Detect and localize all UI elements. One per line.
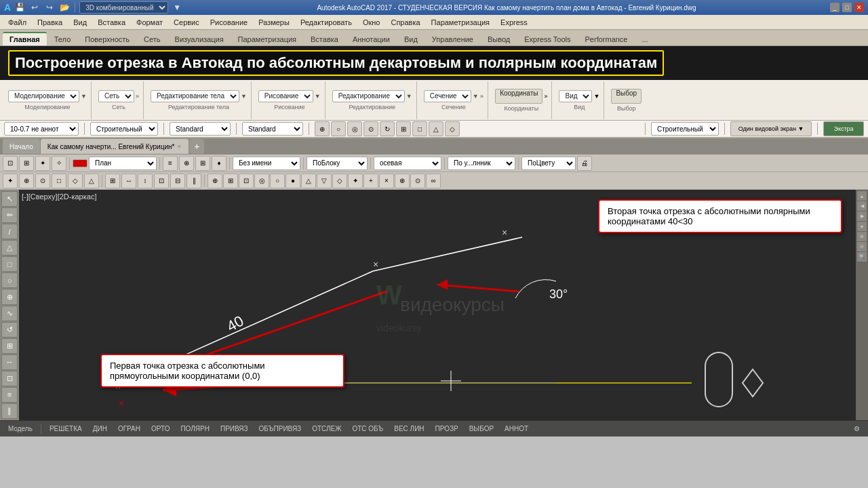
- plotstyle-dropdown[interactable]: По у...лнник: [448, 157, 515, 170]
- status-snap[interactable]: ОГРАН: [115, 425, 143, 432]
- draw-expand[interactable]: ▼: [315, 93, 321, 100]
- view-combo[interactable]: 3D комбинированный: [79, 1, 168, 14]
- tool14[interactable]: ⊙: [410, 174, 425, 188]
- quick-undo[interactable]: ↩: [28, 1, 41, 14]
- color2-dropdown[interactable]: ПоЦвету: [521, 157, 576, 170]
- canvas-area[interactable]: [-][Сверху][2D-каркас] W видеокурсы vide…: [19, 190, 856, 420]
- edit-dropdown[interactable]: Редактирование: [332, 90, 405, 102]
- tool13[interactable]: ⊕: [395, 174, 410, 188]
- status-osnap[interactable]: ПРИВЯЗ: [218, 425, 251, 432]
- color-dropdown[interactable]: ПоБлоку: [307, 157, 368, 170]
- draw-tool8[interactable]: ↺: [1, 322, 18, 338]
- minimize-button[interactable]: _: [830, 3, 840, 12]
- menu-service[interactable]: Сервис: [168, 17, 205, 28]
- tab-annotate[interactable]: Аннотации: [346, 33, 397, 45]
- status-transp[interactable]: ПРОЗР: [433, 425, 461, 432]
- draw-tool9[interactable]: ⊞: [1, 338, 18, 354]
- lineweight-dropdown[interactable]: осевая: [374, 157, 441, 170]
- cursor-tool[interactable]: ↖: [1, 191, 18, 207]
- menu-file[interactable]: Файл: [3, 17, 32, 28]
- model-dropdown-arrow[interactable]: ▼: [81, 93, 87, 100]
- tab-mesh[interactable]: Сеть: [137, 33, 167, 45]
- mesh-expand[interactable]: »: [136, 93, 139, 100]
- edit-expand[interactable]: ▼: [406, 93, 412, 100]
- one-viewport-btn[interactable]: Один видовой экран ▼: [730, 121, 812, 136]
- tool6[interactable]: ●: [285, 174, 300, 188]
- draw-tool3[interactable]: △: [1, 240, 18, 256]
- layer-icon5[interactable]: 🖨: [577, 156, 592, 171]
- tool10[interactable]: ✦: [348, 174, 363, 188]
- annotation-scale-dropdown[interactable]: 10-0.7 не аннот: [4, 122, 79, 136]
- draw-tool10[interactable]: ↔: [1, 354, 18, 370]
- tab-express-tools[interactable]: Express Tools: [517, 33, 577, 45]
- status-dyn[interactable]: ДИН: [90, 425, 110, 432]
- layer-icon2[interactable]: ⊕: [179, 156, 194, 171]
- draw-tool6[interactable]: ⊕: [1, 289, 18, 304]
- icon-btn8[interactable]: △: [429, 121, 443, 136]
- status-obj-snap[interactable]: ОБЪПРИВЯЗ: [256, 425, 304, 432]
- snap-btn8[interactable]: ↔: [121, 174, 136, 188]
- draw-tool4[interactable]: □: [1, 256, 18, 272]
- draw-tool11[interactable]: ⊡: [1, 371, 18, 386]
- tab-drawing[interactable]: Как самому начерти... Евгений Курицин* ✕: [41, 139, 189, 154]
- quick-redo[interactable]: ↪: [43, 1, 56, 14]
- tab-surface[interactable]: Поверхность: [78, 33, 136, 45]
- coords-btn[interactable]: Координаты: [495, 89, 542, 104]
- status-model[interactable]: Модель: [5, 425, 35, 432]
- status-ortho[interactable]: ОРТО: [149, 425, 172, 432]
- status-obj-track[interactable]: ОТС ОБЪ: [349, 425, 386, 432]
- status-select[interactable]: ВЫБОР: [467, 425, 496, 432]
- menu-edit[interactable]: Правка: [32, 17, 68, 28]
- rs-btn3[interactable]: ▶: [857, 211, 867, 221]
- draw-tool7[interactable]: ∿: [1, 306, 18, 321]
- draw-tool5[interactable]: ○: [1, 272, 18, 288]
- status-grid[interactable]: РЕШЕТКА: [47, 425, 85, 432]
- tool15[interactable]: ∞: [426, 174, 441, 188]
- view-dropdown[interactable]: Вид: [559, 90, 592, 102]
- snap-btn5[interactable]: ◇: [68, 174, 83, 188]
- tool12[interactable]: ×: [379, 174, 394, 188]
- icon-btn2[interactable]: ○: [331, 121, 346, 136]
- rs-btn5[interactable]: ⊕: [857, 232, 867, 241]
- status-annot[interactable]: АННОТ: [502, 425, 531, 432]
- icon-btn7[interactable]: □: [412, 121, 427, 136]
- select-btn[interactable]: Выбор: [611, 89, 642, 104]
- snap-btn7[interactable]: ⊞: [105, 174, 120, 188]
- model-dropdown[interactable]: Моделирование: [8, 90, 79, 102]
- layer-props-btn[interactable]: ⊡: [3, 156, 18, 171]
- section-dropdown[interactable]: Сечение: [424, 90, 471, 102]
- rs-btn7[interactable]: 🔍: [857, 252, 867, 262]
- icon-btn5[interactable]: ↻: [380, 121, 395, 136]
- menu-express[interactable]: Express: [495, 17, 533, 28]
- tool1[interactable]: ⊕: [208, 174, 222, 188]
- tool11[interactable]: +: [363, 174, 378, 188]
- draw-tool12[interactable]: ≡: [1, 387, 18, 403]
- layer-icon3[interactable]: ⊞: [195, 156, 210, 171]
- tab-start[interactable]: Начало: [3, 139, 40, 154]
- icon-btn4[interactable]: ⊙: [363, 121, 378, 136]
- rs-btn6[interactable]: ⊖: [857, 242, 867, 251]
- view-style-dropdown[interactable]: Строительный: [651, 122, 719, 136]
- draw-tool2[interactable]: /: [1, 224, 18, 239]
- rs-btn2[interactable]: ◀: [857, 201, 867, 211]
- tab-performance[interactable]: Performance: [578, 33, 635, 45]
- status-settings[interactable]: ⚙: [851, 425, 863, 432]
- quick-save[interactable]: 💾: [14, 1, 26, 14]
- draw-dropdown[interactable]: Рисование: [258, 90, 313, 102]
- snap-btn2[interactable]: ⊕: [19, 174, 34, 188]
- maximize-button[interactable]: □: [842, 3, 852, 12]
- layer-state-btn[interactable]: ⊞: [19, 156, 34, 171]
- tool4[interactable]: ◎: [254, 174, 269, 188]
- layer-btn3[interactable]: ✦: [35, 156, 50, 171]
- edit-solid-expand[interactable]: ▼: [241, 93, 247, 100]
- combo-arrow[interactable]: ▼: [171, 1, 183, 14]
- tab-view[interactable]: Вид: [397, 33, 425, 45]
- edit-solid-dropdown[interactable]: Редактирование тела: [151, 90, 239, 102]
- linetype-dropdown[interactable]: Без имени: [233, 157, 300, 170]
- icon-btn3[interactable]: ◎: [347, 121, 362, 136]
- icon-btn1[interactable]: ⊕: [315, 121, 330, 136]
- snap-btn3[interactable]: ⊙: [35, 174, 50, 188]
- tab-more[interactable]: ...: [635, 33, 655, 45]
- rs-btn4[interactable]: ▼: [857, 222, 867, 231]
- menu-help[interactable]: Справка: [385, 17, 425, 28]
